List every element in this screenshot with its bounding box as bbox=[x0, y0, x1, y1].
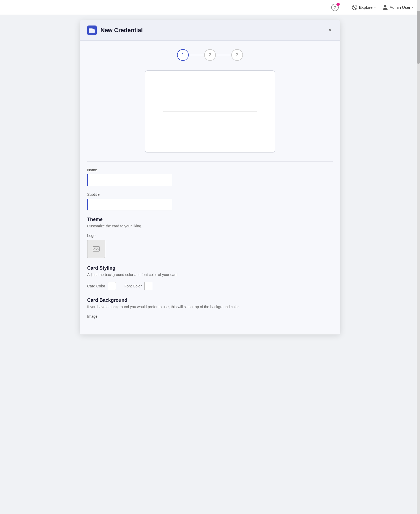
step-1[interactable]: 1 bbox=[177, 49, 189, 61]
modal-header: New Credential × bbox=[80, 20, 340, 41]
step-1-label: 1 bbox=[182, 52, 184, 58]
top-nav: ? Explore ▾ Admin User ▾ bbox=[0, 0, 420, 15]
name-label: Name bbox=[87, 168, 333, 172]
user-chevron-icon: ▾ bbox=[412, 6, 414, 9]
step-line-2 bbox=[216, 55, 232, 55]
image-placeholder-icon bbox=[93, 245, 100, 253]
modal-title: New Credential bbox=[100, 27, 324, 34]
subtitle-input[interactable] bbox=[87, 199, 172, 210]
card-styling-section: Card Styling Adjust the background color… bbox=[87, 265, 333, 290]
new-credential-modal: New Credential × 1 2 3 bbox=[80, 20, 340, 334]
explore-icon bbox=[352, 5, 358, 10]
steps-container: 1 2 3 bbox=[87, 49, 333, 61]
section-divider-1 bbox=[87, 161, 333, 162]
svg-point-6 bbox=[94, 248, 95, 249]
explore-nav-item[interactable]: Explore ▾ bbox=[352, 5, 376, 10]
svg-line-1 bbox=[353, 6, 356, 9]
card-preview-line bbox=[163, 112, 257, 112]
name-field-group: Name bbox=[87, 168, 333, 186]
image-label: Image bbox=[87, 314, 333, 318]
logo-field-group: Logo bbox=[87, 233, 333, 258]
card-color-label: Card Color bbox=[87, 284, 105, 288]
card-background-desc: If you have a background you would prefe… bbox=[87, 305, 333, 309]
font-color-swatch[interactable] bbox=[144, 282, 152, 290]
card-styling-desc: Adjust the background color and font col… bbox=[87, 273, 333, 277]
theme-section: Theme Customize the card to your liking.… bbox=[87, 217, 333, 258]
card-styling-title: Card Styling bbox=[87, 265, 333, 271]
color-row: Card Color Font Color bbox=[87, 282, 333, 290]
svg-rect-5 bbox=[93, 247, 99, 251]
card-preview bbox=[145, 70, 275, 153]
user-label: Admin User bbox=[390, 5, 410, 10]
logo-label: Logo bbox=[87, 233, 333, 238]
font-color-label: Font Color bbox=[124, 284, 142, 288]
help-badge bbox=[337, 3, 340, 6]
step-2[interactable]: 2 bbox=[204, 49, 216, 61]
logo-upload-box[interactable] bbox=[87, 240, 105, 258]
modal-body: 1 2 3 Name bbox=[80, 41, 340, 334]
subtitle-field-group: Subtitle bbox=[87, 192, 333, 210]
scrollbar-thumb[interactable] bbox=[417, 11, 420, 64]
explore-chevron-icon: ▾ bbox=[374, 6, 376, 9]
card-preview-wrapper bbox=[87, 70, 333, 153]
step-line-1 bbox=[188, 55, 204, 55]
step-3-label: 3 bbox=[236, 52, 238, 58]
name-input[interactable] bbox=[87, 174, 172, 186]
nav-divider bbox=[345, 4, 345, 11]
card-background-title: Card Background bbox=[87, 298, 333, 303]
card-color-item: Card Color bbox=[87, 282, 116, 290]
theme-desc: Customize the card to your liking. bbox=[87, 224, 333, 228]
font-color-item: Font Color bbox=[124, 282, 152, 290]
modal-close-button[interactable]: × bbox=[327, 26, 333, 34]
subtitle-label: Subtitle bbox=[87, 192, 333, 197]
user-icon bbox=[382, 5, 388, 10]
card-color-swatch[interactable] bbox=[108, 282, 116, 290]
user-nav-item[interactable]: Admin User ▾ bbox=[382, 5, 414, 10]
step-2-label: 2 bbox=[209, 52, 211, 58]
step-3[interactable]: 3 bbox=[231, 49, 243, 61]
modal-backdrop: New Credential × 1 2 3 bbox=[0, 15, 420, 514]
explore-label: Explore bbox=[359, 5, 373, 10]
help-button[interactable]: ? bbox=[331, 4, 339, 11]
credential-logo-icon bbox=[87, 26, 97, 35]
theme-title: Theme bbox=[87, 217, 333, 222]
svg-rect-4 bbox=[89, 28, 93, 30]
card-background-section: Card Background If you have a background… bbox=[87, 298, 333, 318]
page-scrollbar[interactable] bbox=[417, 0, 420, 514]
